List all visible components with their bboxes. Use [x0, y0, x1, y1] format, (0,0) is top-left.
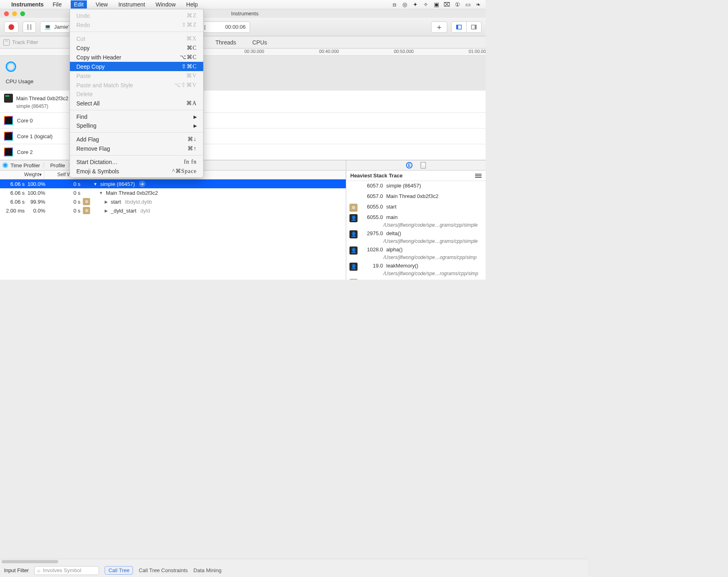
calltree-row[interactable]: 6.06 s100.0%0 s▼simple (86457)➜ [0, 179, 346, 188]
stack-body[interactable]: 6057.0simple (86457)6057.0Main Thread 0x… [346, 181, 486, 280]
disclosure-triangle-icon[interactable]: ▼ [93, 182, 97, 186]
ruler-tick: 01:00.000 [469, 49, 486, 54]
cell-weight: 6.06 s [0, 199, 26, 205]
menuitem-emoji-symbols[interactable]: Emoji & Symbols^⌘Space [70, 166, 203, 176]
configure-icon[interactable] [475, 174, 482, 178]
stack-row[interactable]: ✲19.0malloc [346, 277, 486, 280]
stack-source-path: /Users/jlfwong/code/spe…rograms/cpp/simp [346, 271, 486, 276]
menu-edit[interactable]: Edit [71, 0, 87, 8]
elapsed-time: 00:00:06 [225, 24, 246, 30]
cell-percent: 100.0% [26, 181, 48, 187]
stack-weight: 6055.0 [361, 214, 383, 220]
cell-library: libdyld.dylib [125, 199, 152, 205]
stack-row[interactable]: ✲6055.0start [346, 202, 486, 213]
stack-row[interactable]: 👤6055.0main [346, 213, 486, 223]
calltree-body[interactable]: 6.06 s100.0%0 s▼simple (86457)➜6.06 s100… [0, 179, 346, 280]
panel-left-icon [456, 24, 462, 30]
cc-icon[interactable]: ◎ [402, 1, 408, 8]
menuitem-deep-copy[interactable]: Deep Copy⇧⌘C [70, 62, 203, 71]
menuitem-find[interactable]: Find▶ [70, 112, 203, 121]
menuitem-spelling[interactable]: Spelling▶ [70, 121, 203, 130]
record-button[interactable] [4, 21, 19, 33]
origami-icon[interactable]: ✧ [423, 1, 429, 8]
track-filter-placeholder: Track Filter [12, 39, 38, 45]
onepassword-icon[interactable]: ① [454, 1, 461, 8]
gear-icon: ✲ [83, 198, 90, 205]
menuitem-redo: Redo⇧⌘Z [70, 20, 203, 29]
stack-weight: 6057.0 [361, 193, 383, 199]
svg-rect-1 [457, 25, 458, 29]
calltree-pane: Weight▾ Self Weight Symbol Name 6.06 s10… [0, 171, 346, 280]
cell-self: 0 s [48, 199, 83, 205]
dropbox-icon[interactable]: ⧈ [391, 1, 398, 8]
cell-symbol: ▼simple (86457)➜ [92, 181, 346, 187]
document-icon[interactable] [421, 162, 426, 168]
tab-threads[interactable]: Threads [215, 38, 236, 47]
menu-view[interactable]: View [94, 0, 109, 8]
stack-weight: 1028.0 [361, 246, 383, 253]
cell-percent: 100.0% [26, 190, 48, 196]
core-icon [4, 147, 13, 156]
menu-instrument[interactable]: Instrument [117, 0, 147, 8]
menuitem-remove-flag[interactable]: Remove Flag⌘↑ [70, 144, 203, 153]
col-weight[interactable]: Weight▾ [0, 171, 44, 179]
stack-row[interactable]: 👤19.0leakMemory() [346, 261, 486, 272]
chevron-right-icon: 〉 [42, 162, 48, 169]
calltree-row[interactable]: 6.06 s100.0%0 s▼Main Thread 0xb2f3c2 [0, 188, 346, 197]
stack-symbol: simple (86457) [386, 183, 482, 189]
extended-detail-icon[interactable]: E [406, 162, 412, 168]
stack-symbol: leakMemory() [386, 263, 482, 269]
cell-self: 0 s [48, 190, 83, 196]
cell-weight: 6.06 s [0, 190, 26, 196]
menu-window[interactable]: Window [154, 0, 177, 8]
user-icon: 👤 [349, 214, 358, 222]
crumb-1[interactable]: Profile [50, 162, 65, 168]
stack-symbol: main [386, 214, 482, 220]
stack-symbol: malloc [386, 279, 482, 280]
stack-source-path: /Users/jlfwong/code/spe…ograms/cpp/simp [346, 255, 486, 260]
menuitem-copy[interactable]: Copy⌘C [70, 43, 203, 53]
stack-weight: 19.0 [361, 263, 383, 269]
timeprofiler-icon [2, 162, 8, 168]
crumb-0[interactable]: Time Profiler [11, 162, 40, 168]
view-left-button[interactable] [451, 21, 467, 33]
stack-symbol: Main Thread 0xb2f3c2 [386, 193, 482, 199]
focus-arrow-icon[interactable]: ➜ [139, 181, 145, 187]
menuitem-undo: Undo⌘Z [70, 11, 203, 20]
calltree-row[interactable]: 2.00 ms0.0%0 s✲▶_dyld_startdyld [0, 206, 346, 215]
zoom-window-button[interactable] [20, 11, 25, 16]
track-subtitle: simple (86457) [16, 103, 48, 109]
stack-row[interactable]: 6057.0Main Thread 0xb2f3c2 [346, 192, 486, 202]
gear-icon: ✲ [83, 207, 90, 214]
stack-row[interactable]: 6057.0simple (86457) [346, 181, 486, 192]
stack-source-path: /Users/jlfwong/code/spe…grams/cpp/simple [346, 222, 486, 228]
stack-row[interactable]: 👤2975.0delta() [346, 229, 486, 239]
disclosure-triangle-icon[interactable]: ▶ [105, 208, 108, 213]
firefox-icon[interactable]: ✦ [412, 1, 419, 8]
view-right-button[interactable] [467, 21, 482, 33]
disclosure-triangle-icon[interactable]: ▶ [105, 200, 108, 204]
close-window-button[interactable] [4, 11, 9, 16]
screencap-icon[interactable]: ⌧ [444, 1, 450, 8]
rectangle-icon[interactable]: ▭ [465, 1, 471, 8]
stack-source-path: /Users/jlfwong/code/spe…grams/cpp/simple [346, 238, 486, 244]
pause-button[interactable] [23, 21, 36, 33]
menuitem-copy-with-header[interactable]: Copy with Header⌥⌘C [70, 53, 203, 62]
system-menubar: Instruments FileEditViewInstrumentWindow… [0, 0, 486, 9]
calltree-row[interactable]: 6.06 s99.9%0 s✲▶startlibdyld.dylib [0, 197, 346, 206]
app-name[interactable]: Instruments [11, 1, 44, 8]
disclosure-triangle-icon[interactable]: ▼ [99, 191, 103, 195]
menu-help[interactable]: Help [185, 0, 200, 8]
menuitem-select-all[interactable]: Select All⌘A [70, 99, 203, 108]
menuitem-start-dictation-[interactable]: Start Dictation…fn fn [70, 158, 203, 166]
evernote-icon[interactable]: ❧ [475, 1, 482, 8]
menuitem-add-flag[interactable]: Add Flag⌘↓ [70, 135, 203, 144]
stack-row[interactable]: 👤1028.0alpha() [346, 245, 486, 255]
menu-file[interactable]: File [51, 0, 63, 8]
add-instrument-button[interactable]: ＋ [431, 21, 447, 33]
tab-cpus[interactable]: CPUs [252, 38, 267, 47]
docker-icon[interactable]: ▣ [433, 1, 440, 8]
minimize-window-button[interactable] [12, 11, 17, 16]
core-icon [4, 132, 13, 141]
thread-icon [4, 94, 13, 103]
